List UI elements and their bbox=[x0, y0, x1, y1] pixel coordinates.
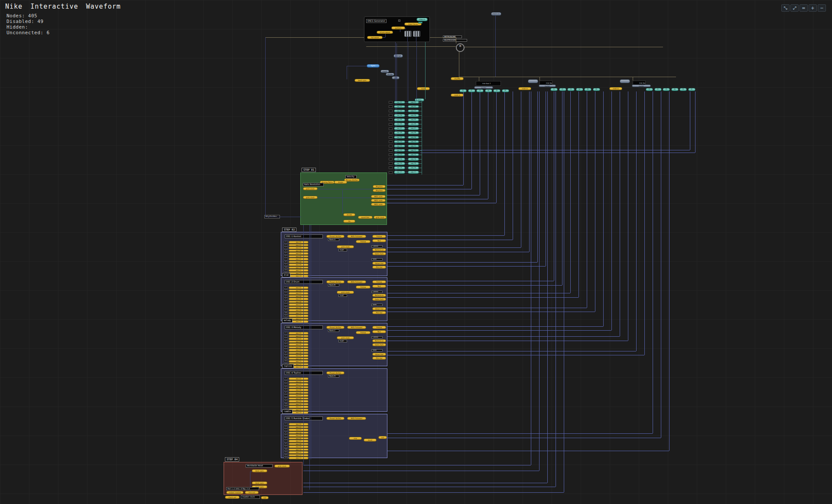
toggle[interactable] bbox=[389, 140, 393, 143]
osc-node[interactable]: osc 08 bbox=[394, 131, 405, 134]
wire bbox=[611, 91, 612, 330]
fader-node[interactable]: f3 bbox=[663, 88, 670, 91]
wire bbox=[416, 41, 417, 101]
seq-node[interactable]: seq 17 bbox=[408, 171, 419, 174]
seq-node[interactable]: seq 04 bbox=[408, 114, 419, 117]
ladder-row: osc 12 seq 12 bbox=[389, 148, 422, 153]
osc-node[interactable]: osc 11 bbox=[394, 145, 405, 148]
generator-panel[interactable]: OSC1 Generator full wave strum wave patt… bbox=[364, 16, 430, 42]
toggle[interactable] bbox=[389, 153, 393, 156]
toggle[interactable] bbox=[389, 145, 393, 147]
seq-node[interactable]: seq 01 bbox=[408, 101, 419, 104]
fader-node[interactable]: f6 bbox=[688, 88, 696, 91]
toggle[interactable] bbox=[389, 149, 393, 152]
toggle[interactable] bbox=[389, 101, 393, 104]
toggle[interactable] bbox=[389, 166, 393, 169]
osc-node[interactable]: osc 05 bbox=[394, 118, 405, 121]
wire bbox=[521, 91, 521, 247]
osc-node[interactable]: osc 16 bbox=[394, 166, 405, 169]
wire bbox=[562, 91, 562, 285]
osc-node[interactable]: osc 14 bbox=[394, 158, 405, 161]
seq-node[interactable]: seq 02 bbox=[408, 105, 419, 108]
osc-node[interactable]: osc 13 bbox=[394, 153, 405, 156]
wire bbox=[495, 16, 496, 77]
fader-node[interactable]: f1 bbox=[459, 89, 467, 92]
wire bbox=[513, 91, 513, 240]
fader-node[interactable]: f2 bbox=[654, 88, 662, 91]
wire bbox=[303, 465, 531, 465]
toggle[interactable] bbox=[389, 158, 393, 160]
wire-layer bbox=[0, 0, 832, 504]
seq-node[interactable]: seq 05 bbox=[408, 118, 419, 121]
wave-node[interactable]: full wave bbox=[367, 36, 383, 39]
fader-node[interactable]: f5 bbox=[493, 89, 500, 92]
osc-node[interactable]: osc 02 bbox=[394, 105, 405, 108]
osc-node[interactable]: osc 04 bbox=[394, 114, 405, 117]
osc-node[interactable]: osc 01 bbox=[394, 101, 405, 104]
fader-node[interactable]: f2 bbox=[559, 88, 566, 91]
fader-node[interactable]: f1 bbox=[646, 88, 653, 91]
gain-node[interactable] bbox=[620, 79, 630, 83]
fader-node[interactable]: f3 bbox=[567, 88, 575, 91]
node-graph-canvas[interactable]: Nike Interactive Waveform Nodes: 405Disa… bbox=[0, 0, 832, 504]
fader-node[interactable]: f2 bbox=[468, 89, 475, 92]
seq-node[interactable]: seq 08 bbox=[408, 131, 419, 134]
wire bbox=[387, 336, 620, 337]
seq-node[interactable]: seq 10 bbox=[408, 140, 419, 143]
toggle[interactable] bbox=[389, 162, 393, 165]
fader-node[interactable]: f4 bbox=[671, 88, 679, 91]
step-out-node[interactable]: step in bbox=[416, 18, 428, 21]
seq-node[interactable]: seq 16 bbox=[408, 166, 419, 169]
toggle[interactable] bbox=[389, 123, 393, 126]
flag-box[interactable] bbox=[398, 20, 400, 22]
mixer-panel[interactable]: mix bus 1 bbox=[476, 81, 501, 86]
fader-node[interactable]: f4 bbox=[485, 89, 492, 92]
wire bbox=[387, 247, 521, 248]
toggle[interactable] bbox=[389, 118, 393, 121]
speaker-icon[interactable] bbox=[413, 31, 420, 37]
fader-node[interactable]: f6 bbox=[593, 88, 600, 91]
osc-node[interactable]: osc 17 bbox=[394, 171, 405, 174]
fader-node[interactable]: f5 bbox=[679, 88, 687, 91]
seq-node[interactable]: seq 06 bbox=[408, 123, 419, 126]
pattern-node[interactable]: pattern bbox=[391, 26, 405, 29]
seq-node[interactable]: seq 15 bbox=[408, 162, 419, 165]
osc-node[interactable]: osc 03 bbox=[394, 110, 405, 113]
toggle[interactable] bbox=[389, 127, 393, 130]
seq-node[interactable]: seq 11 bbox=[408, 145, 419, 148]
toggle[interactable] bbox=[389, 114, 393, 117]
port[interactable] bbox=[418, 22, 422, 23]
osc-node[interactable]: osc 09 bbox=[394, 136, 405, 139]
wire bbox=[387, 266, 546, 267]
osc-node[interactable]: osc 10 bbox=[394, 140, 405, 143]
osc-node[interactable]: osc 15 bbox=[394, 162, 405, 165]
seq-node[interactable]: seq 03 bbox=[408, 110, 419, 113]
seq-node[interactable]: seq 13 bbox=[408, 153, 419, 156]
seq-node[interactable]: seq 09 bbox=[408, 136, 419, 139]
toggle[interactable] bbox=[389, 105, 393, 108]
fader-node[interactable]: f1 bbox=[550, 88, 558, 91]
osc-node[interactable]: osc 06 bbox=[394, 123, 405, 126]
router-node[interactable]: router bbox=[539, 85, 556, 87]
osc-node[interactable]: osc 07 bbox=[394, 127, 405, 130]
fader-node[interactable]: f4 bbox=[576, 88, 583, 91]
fader-node[interactable]: f3 bbox=[476, 89, 484, 92]
toggle[interactable] bbox=[389, 132, 393, 134]
seq-node[interactable]: seq 12 bbox=[408, 149, 419, 152]
gain-node[interactable] bbox=[528, 79, 538, 83]
osc-node[interactable]: osc 12 bbox=[394, 149, 405, 152]
speaker-icon[interactable] bbox=[404, 31, 412, 37]
router-node[interactable]: router bbox=[474, 86, 493, 89]
router-node[interactable]: router bbox=[632, 85, 651, 87]
seq-node[interactable]: seq 14 bbox=[408, 158, 419, 161]
wire bbox=[578, 91, 579, 297]
toggle[interactable] bbox=[389, 110, 393, 112]
toggle[interactable] bbox=[389, 136, 393, 139]
wire bbox=[570, 91, 571, 293]
fader-node[interactable]: f6 bbox=[502, 89, 509, 92]
gear-node[interactable]: * bbox=[456, 43, 465, 52]
fader-node[interactable]: f5 bbox=[584, 88, 592, 91]
wave-node[interactable]: strum wave bbox=[377, 31, 393, 34]
seq-node[interactable]: seq 07 bbox=[408, 127, 419, 130]
toggle[interactable] bbox=[389, 171, 393, 174]
